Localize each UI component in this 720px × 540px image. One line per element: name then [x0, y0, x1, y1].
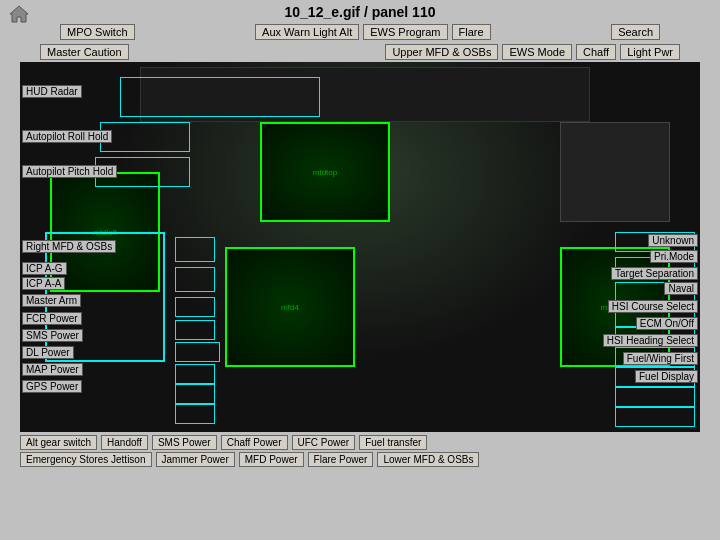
- center-main-mfd-inner: mfd4: [227, 249, 353, 365]
- mfd-power-button[interactable]: MFD Power: [239, 452, 304, 467]
- ann-fuel-wing: [615, 387, 695, 407]
- label-ecm: ECM On/Off: [636, 317, 698, 330]
- label-right-mfd-osbs: Right MFD & OSBs: [22, 240, 116, 253]
- label-master-arm: Master Arm: [22, 294, 81, 307]
- cockpit-panel: mfdleft mfdtop mfd4 mfdright H: [20, 62, 700, 432]
- label-icp-aa: ICP A-A: [22, 277, 65, 290]
- ann-fcr-power: [175, 320, 215, 340]
- emergency-stores-button[interactable]: Emergency Stores Jettison: [20, 452, 152, 467]
- label-naval: Naval: [664, 282, 698, 295]
- mpo-switch-button[interactable]: MPO Switch: [60, 24, 135, 40]
- alt-gear-switch-button[interactable]: Alt gear switch: [20, 435, 97, 450]
- label-target-sep: Target Separation: [611, 267, 698, 280]
- ann-fuel-display: [615, 407, 695, 427]
- lower-mfd-osbs-button[interactable]: Lower MFD & OSBs: [377, 452, 479, 467]
- search-button[interactable]: Search: [611, 24, 660, 40]
- center-upper-mfd: mfdtop: [260, 122, 390, 222]
- master-caution-button[interactable]: Master Caution: [40, 44, 129, 60]
- chaff-power-button[interactable]: Chaff Power: [221, 435, 288, 450]
- center-upper-mfd-inner: mfdtop: [262, 124, 388, 220]
- flare-button[interactable]: Flare: [452, 24, 491, 40]
- ann-icp-ag: [175, 237, 215, 262]
- label-icp-ag: ICP A-G: [22, 262, 67, 275]
- ann-icp-aa: [175, 267, 215, 292]
- ews-mode-button[interactable]: EWS Mode: [502, 44, 572, 60]
- bottom-row-1: Alt gear switch Handoff SMS Power Chaff …: [0, 432, 720, 451]
- sms-power-bottom-button[interactable]: SMS Power: [152, 435, 217, 450]
- label-sms-power: SMS Power: [22, 329, 83, 342]
- label-map-power: MAP Power: [22, 363, 83, 376]
- label-autopilot-pitch: Autopilot Pitch Hold: [22, 165, 117, 178]
- jammer-power-button[interactable]: Jammer Power: [156, 452, 235, 467]
- label-hsi-heading: HSI Heading Select: [603, 334, 698, 347]
- right-upper-panel: [560, 122, 670, 222]
- ann-dl-power: [175, 364, 215, 384]
- center-main-mfd: mfd4: [225, 247, 355, 367]
- label-fuel-wing: Fuel/Wing First: [623, 352, 698, 365]
- ann-gps-power: [175, 404, 215, 424]
- ann-sms-power-left: [175, 342, 220, 362]
- label-hud-radar: HUD Radar: [22, 85, 82, 98]
- second-button-row: Master Caution Upper MFD & OSBs EWS Mode…: [0, 44, 720, 62]
- ann-master-arm: [175, 297, 215, 317]
- chaff-button[interactable]: Chaff: [576, 44, 616, 60]
- label-fuel-display: Fuel Display: [635, 370, 698, 383]
- ann-map-power: [175, 384, 215, 404]
- label-hsi-course: HSI Course Select: [608, 300, 698, 313]
- handoff-button[interactable]: Handoff: [101, 435, 148, 450]
- flare-power-button[interactable]: Flare Power: [308, 452, 374, 467]
- label-gps-power: GPS Power: [22, 380, 82, 393]
- upper-mfd-button[interactable]: Upper MFD & OSBs: [385, 44, 498, 60]
- label-autopilot-roll: Autopilot Roll Hold: [22, 130, 112, 143]
- light-pwr-button[interactable]: Light Pwr: [620, 44, 680, 60]
- top-button-row: MPO Switch Aux Warn Light Alt EWS Progra…: [0, 22, 720, 42]
- home-icon[interactable]: [8, 4, 30, 24]
- label-fcr-power: FCR Power: [22, 312, 82, 325]
- ews-program-button[interactable]: EWS Program: [363, 24, 447, 40]
- ufc-power-button[interactable]: UFC Power: [292, 435, 356, 450]
- label-primode: Pri.Mode: [650, 250, 698, 263]
- ann-autopilot-roll: [100, 122, 190, 152]
- bottom-row-2: Emergency Stores Jettison Jammer Power M…: [0, 451, 720, 468]
- fuel-transfer-button[interactable]: Fuel transfer: [359, 435, 427, 450]
- label-unknown: Unknown: [648, 234, 698, 247]
- label-dl-power: DL Power: [22, 346, 74, 359]
- ann-hud: [120, 77, 320, 117]
- page-title: 10_12_e.gif / panel 110: [0, 0, 720, 22]
- svg-marker-0: [10, 6, 28, 22]
- aux-warn-button[interactable]: Aux Warn Light Alt: [255, 24, 359, 40]
